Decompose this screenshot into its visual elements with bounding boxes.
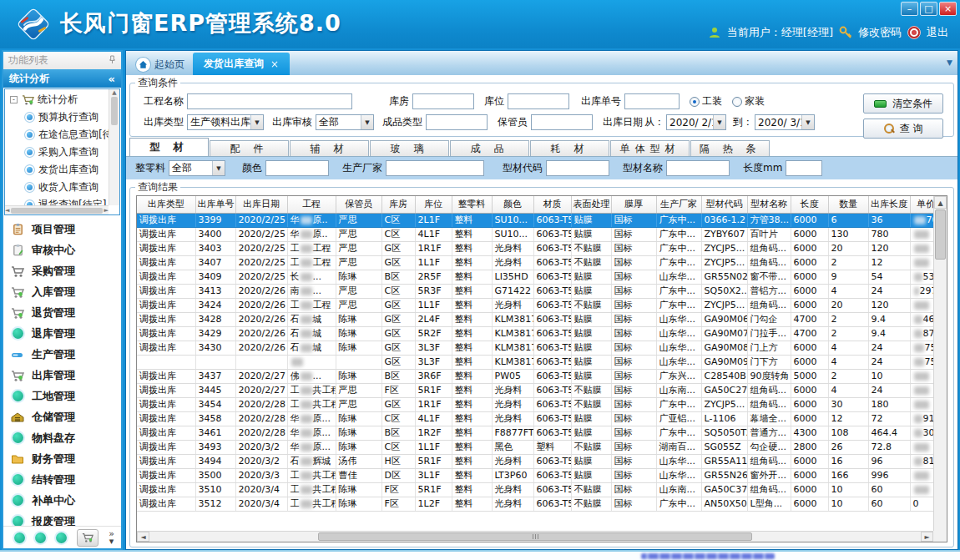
sidebar-module-仓储管理[interactable]: 仓储管理: [3, 406, 121, 427]
column-header-工程[interactable]: 工程: [287, 196, 336, 213]
radio-gongzhuang[interactable]: [690, 97, 700, 107]
module-circle-icon[interactable]: [35, 532, 46, 543]
color-input[interactable]: [265, 160, 329, 176]
table-row[interactable]: 调拨出库35122020/3/4工共工程陈琳F区1L2F整料光身料6063-T5…: [137, 497, 933, 511]
module-circle-icon[interactable]: [56, 532, 67, 543]
table-row[interactable]: 调拨出库34612020/2/28华原...陈琳B区1R2F整料F8877FT6…: [137, 426, 933, 440]
material-tab-耗材[interactable]: 耗 材: [530, 140, 609, 156]
scroll-left-icon[interactable]: ◄: [5, 207, 9, 214]
material-tab-成品[interactable]: 成 品: [450, 140, 529, 156]
code-input[interactable]: [546, 160, 609, 176]
scroll-up-icon[interactable]: ▲: [934, 196, 947, 209]
table-row[interactable]: 调拨出库34942020/3/2石辉城汤伟H区5R1F整料光身料6063-T5贴…: [137, 454, 933, 468]
sidebar-module-退货管理[interactable]: 退货管理: [3, 302, 121, 323]
sidebar-group-statistics[interactable]: 统计分析 «: [3, 69, 121, 88]
project-name-input[interactable]: [187, 93, 352, 109]
table-row[interactable]: 调拨出库35002020/3/3工共工程曹佳D区3L1F整料LT3P606063…: [137, 468, 933, 482]
tree-root-statistics[interactable]: - 统计分析: [5, 89, 109, 108]
sidebar-overflow-button[interactable]: »▾: [109, 530, 114, 545]
minimize-button[interactable]: –: [901, 2, 918, 16]
sidebar-module-财务管理[interactable]: 财务管理: [3, 448, 121, 469]
tree-expand-icon[interactable]: -: [10, 96, 18, 103]
date-to-select[interactable]: 2020/ 3/16▼: [755, 114, 815, 130]
sidebar-module-结转管理[interactable]: 结转管理: [3, 469, 121, 490]
table-row[interactable]: 调拨出库34242020/2/26工工程严思G区1L1F整料光身料6063-T5…: [137, 298, 933, 312]
column-header-库房[interactable]: 库房: [381, 196, 415, 213]
sidebar-module-入库管理[interactable]: 入库管理: [3, 281, 121, 302]
tree-item-采购入库查询[interactable]: 采购入库查询: [5, 144, 109, 161]
column-header-材质[interactable]: 材质: [533, 196, 571, 213]
table-row[interactable]: 调拨出库34452020/2/27工共工程严思F区5R1F整料光身料6063-T…: [137, 383, 933, 397]
clear-conditions-button[interactable]: 清空条件: [863, 93, 943, 114]
column-header-数量[interactable]: 数量: [828, 196, 868, 213]
column-header-表面处理[interactable]: 表面处理: [571, 196, 611, 213]
scroll-right-icon[interactable]: ►: [104, 207, 109, 214]
search-button[interactable]: 查 询: [863, 119, 943, 139]
tree-item-发货出库查询[interactable]: 发货出库查询: [5, 161, 109, 179]
tree-vertical-scrollbar[interactable]: ▲: [109, 89, 119, 205]
cart-button[interactable]: [77, 529, 99, 547]
sidebar-module-采购管理[interactable]: 采购管理: [3, 260, 121, 281]
material-tab-单体型材[interactable]: 单体型材: [610, 140, 690, 156]
table-row[interactable]: 调拨出库34582020/2/28华原...陈琳C区4L1F整料光身料6063-…: [137, 411, 933, 426]
change-password-link[interactable]: 修改密码: [858, 25, 902, 40]
column-header-颜色[interactable]: 颜色: [492, 196, 533, 213]
column-header-出库日期[interactable]: 出库日期: [235, 196, 287, 213]
column-header-库位[interactable]: 库位: [415, 196, 452, 213]
table-row[interactable]: 调拨出库34372020/2/27佛...陈琳B区3R6F整料PW056063-…: [137, 369, 933, 383]
logout-button[interactable]: 退出: [927, 25, 948, 40]
collapse-icon[interactable]: «: [109, 73, 115, 85]
material-tab-玻璃[interactable]: 玻 璃: [370, 140, 449, 156]
table-row[interactable]: 调拨出库34292020/2/26石城陈琳G区5R2F整料KLM38176063…: [137, 326, 933, 341]
name-input[interactable]: [666, 160, 730, 176]
sidebar-module-补单中心[interactable]: 补单中心: [3, 490, 121, 511]
product-type-input[interactable]: [426, 114, 488, 130]
table-row[interactable]: 调拨出库33992020/2/25华原..严思C区2L1F整料SU10...60…: [137, 213, 933, 227]
material-tab-隔热条[interactable]: 隔 热 条: [690, 140, 770, 156]
out-type-select[interactable]: 生产领料出库▼: [187, 114, 264, 130]
sidebar-module-项目管理[interactable]: 项目管理: [3, 219, 121, 240]
sidebar-module-出库管理[interactable]: 出库管理: [3, 365, 121, 386]
column-header-型材名称[interactable]: 型材名称: [747, 196, 791, 213]
column-header-出库长度[interactable]: 出库长度: [868, 196, 910, 213]
table-row[interactable]: 调拨出库34032020/2/25工工程严思G区1R1F整料光身料6063-T5…: [137, 241, 933, 255]
order-no-input[interactable]: [624, 93, 680, 109]
sidebar-module-退库管理[interactable]: 退库管理: [3, 323, 121, 344]
scroll-thumb[interactable]: [318, 532, 752, 541]
scroll-left-icon[interactable]: ◄: [137, 532, 149, 542]
column-header-整零料[interactable]: 整零料: [452, 196, 492, 213]
grid-vertical-scrollbar[interactable]: ▲: [933, 196, 947, 531]
column-header-保管员[interactable]: 保管员: [336, 196, 381, 213]
keeper-input[interactable]: [531, 114, 593, 130]
table-row[interactable]: 调拨出库34072020/2/25工工程严思G区1L1F整料光身料6063-T5…: [137, 255, 933, 270]
audit-select[interactable]: 全部▼: [316, 114, 374, 130]
maximize-button[interactable]: □: [920, 2, 937, 16]
table-row[interactable]: 调拨出库34302020/2/26石城陈琳G区3L3F整料KLM38176063…: [137, 341, 933, 355]
grid-horizontal-scrollbar[interactable]: ◄ ►: [137, 531, 933, 542]
column-header-出库单号[interactable]: 出库单号: [195, 196, 235, 213]
sidebar-module-报废管理[interactable]: 报废管理: [3, 511, 121, 526]
tree-item-收货入库查询[interactable]: 收货入库查询: [5, 179, 109, 196]
length-input[interactable]: [786, 160, 822, 176]
column-header-生产厂家[interactable]: 生产厂家: [656, 196, 701, 213]
column-header-单价[interactable]: 单价: [910, 196, 933, 213]
table-row[interactable]: 调拨出库35102020/3/4工共工程陈琳F区5R1F整料光身料6063-T5…: [137, 482, 933, 497]
sidebar-module-物料盘存[interactable]: 物料盘存: [3, 427, 121, 448]
maker-input[interactable]: [386, 160, 484, 176]
close-button[interactable]: ×: [939, 2, 957, 16]
table-row[interactable]: 调拨出库34132020/2/26南...严思C区5R3F整料G71422606…: [137, 284, 933, 298]
pin-icon[interactable]: [109, 55, 116, 67]
tab-overflow-icon[interactable]: ▼: [947, 58, 952, 67]
column-header-型材代码[interactable]: 型材代码: [701, 196, 747, 213]
material-tab-配件[interactable]: 配 件: [210, 140, 289, 156]
column-header-长度[interactable]: 长度: [791, 196, 828, 213]
sidebar-module-工地管理[interactable]: 工地管理: [3, 386, 121, 406]
material-tab-辅材[interactable]: 辅 材: [290, 140, 369, 156]
date-from-select[interactable]: 2020/ 2/16▼: [666, 114, 726, 130]
zl-select[interactable]: 全部▼: [169, 160, 225, 176]
module-circle-icon[interactable]: [14, 532, 25, 543]
table-row[interactable]: 调拨出库34542020/2/28工共工程严思G区1R1F整料光身料6063-T…: [137, 397, 933, 411]
scroll-up-icon[interactable]: ▲: [109, 89, 119, 96]
location-input[interactable]: [508, 93, 569, 109]
tree-item-在途信息查询[待[interactable]: 在途信息查询[待: [5, 126, 109, 144]
